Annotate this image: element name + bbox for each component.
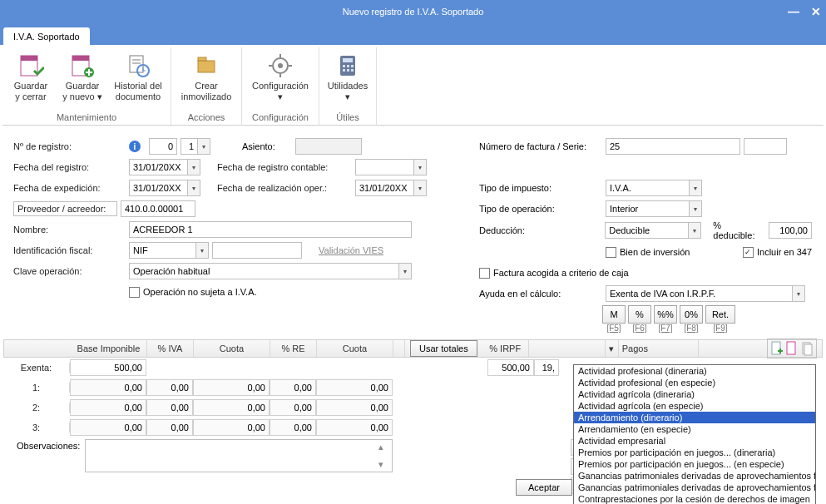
usar-totales-button[interactable]: Usar totales <box>410 340 477 357</box>
row-r3-piva[interactable]: 0,00 <box>146 419 193 436</box>
ident-fiscal-num-input[interactable] <box>212 242 302 259</box>
fecha-registro-input[interactable] <box>129 159 187 175</box>
dropdown-option[interactable]: Actividad empresarial <box>574 435 815 447</box>
info-icon[interactable]: i <box>129 141 141 152</box>
deduccion-input[interactable] <box>605 222 688 239</box>
dropdown-option[interactable]: Actividad profesional (dineraria) <box>574 365 815 377</box>
ayuda-calculo-dropdown[interactable]: ▾ <box>792 285 805 302</box>
doc-icon[interactable] <box>785 341 799 356</box>
row-r2-cuota1[interactable]: 0,00 <box>193 399 270 416</box>
label-proveedor[interactable]: Proveedor / acreedor: <box>13 201 117 216</box>
label-tipo-operacion: Tipo de operación: <box>479 204 602 214</box>
clave-operacion-dropdown[interactable]: ▾ <box>398 263 412 279</box>
svg-rect-19 <box>343 65 345 67</box>
pct-deducible-input[interactable] <box>769 222 812 239</box>
row-r1-base[interactable]: 0,00 <box>70 379 146 396</box>
fecha-registro-dropdown[interactable]: ▾ <box>187 159 200 175</box>
fecha-expedicion-input[interactable] <box>129 180 187 196</box>
ident-fiscal-tipo-dropdown[interactable]: ▾ <box>195 242 209 259</box>
row-r2-piva[interactable]: 0,00 <box>146 399 193 416</box>
tab-iva-soportado[interactable]: I.V.A. Soportado <box>3 27 90 45</box>
dropdown-option[interactable]: Actividad agrícola (en especie) <box>574 400 815 412</box>
configuracion-button[interactable]: Configuración ▾ <box>245 49 315 102</box>
row-r1-cuota1[interactable]: 0,00 <box>193 379 270 396</box>
fecha-realizacion-dropdown[interactable]: ▾ <box>413 180 427 196</box>
utilidades-button[interactable]: Utilidades ▾ <box>323 49 373 102</box>
svg-rect-10 <box>198 57 206 61</box>
dropdown-option[interactable]: Premios por participación en juegos... (… <box>574 447 815 458</box>
tipo-impuesto-dropdown[interactable]: ▾ <box>689 180 702 196</box>
dropdown-option[interactable]: Actividad agrícola (dineraria) <box>574 388 815 400</box>
n-registro-1-input[interactable] <box>149 138 177 155</box>
quick-m-button[interactable]: M <box>602 305 626 324</box>
row-r1-cuota2[interactable]: 0,00 <box>316 379 393 396</box>
ayuda-calculo-input[interactable] <box>606 285 792 302</box>
fecha-expedicion-dropdown[interactable]: ▾ <box>187 180 200 196</box>
factura-criterio-checkbox[interactable]: Factura acogida a criterio de caja <box>479 268 629 279</box>
quick-ret-button[interactable]: Ret. <box>705 305 735 324</box>
clave-operacion-input[interactable] <box>129 263 398 279</box>
quick-0pct-button[interactable]: 0% <box>680 305 703 324</box>
row-r1-piva[interactable]: 0,00 <box>146 379 193 396</box>
label-deduccion: Deducción: <box>479 225 601 235</box>
fecha-reg-contable-dropdown[interactable]: ▾ <box>413 159 427 175</box>
row-r2-pre[interactable]: 0,00 <box>270 399 316 416</box>
guardar-cerrar-button[interactable]: Guardar y cerrar <box>6 49 56 102</box>
asiento-input[interactable] <box>295 138 362 155</box>
op-no-sujeta-checkbox[interactable]: Operación no sujeta a I.V.A. <box>129 287 257 298</box>
label-ident-fiscal: Identificación fiscal: <box>13 245 126 255</box>
row-r1-label: 1: <box>3 383 70 393</box>
observaciones-input[interactable]: ▴▾ <box>85 439 393 472</box>
dropdown-option[interactable]: Arrendamiento (en especie) <box>574 423 815 435</box>
incluir-347-checkbox[interactable]: ✓Incluir en 347 <box>743 247 812 258</box>
dropdown-option[interactable]: Actividad profesional (en especie) <box>574 377 815 388</box>
num-factura-input[interactable] <box>606 138 740 155</box>
validacion-vies-link[interactable]: Validación VIES <box>319 245 383 255</box>
bien-inversion-checkbox[interactable]: Bien de inversión <box>606 247 690 258</box>
tipo-operacion-input[interactable] <box>606 200 689 217</box>
ribbon: Guardar y cerrar Guardar y nuevo ▾ Histo… <box>2 47 824 126</box>
nombre-input[interactable] <box>129 221 412 238</box>
deduccion-dropdown[interactable]: ▾ <box>688 222 701 239</box>
doc-copy-icon[interactable] <box>800 341 814 356</box>
exenta-irpf-input[interactable]: 19, <box>534 359 559 376</box>
row-r3-pre[interactable]: 0,00 <box>270 419 316 436</box>
row-r3-base[interactable]: 0,00 <box>70 419 146 436</box>
label-num-factura: Número de factura / Serie: <box>479 141 602 151</box>
quick-pctpct-button[interactable]: %% <box>654 305 677 324</box>
exenta-base-input[interactable]: 500,00 <box>70 359 146 376</box>
dropdown-option[interactable]: Contraprestaciones por la cesión de dere… <box>574 493 815 504</box>
tipo-operacion-dropdown[interactable]: ▾ <box>689 200 702 217</box>
quick-pct-button[interactable]: % <box>628 305 651 324</box>
tipo-impuesto-input[interactable] <box>606 180 689 196</box>
historial-documento-button[interactable]: Historial del documento <box>109 49 167 102</box>
svg-point-12 <box>278 63 283 68</box>
row-r1-pre[interactable]: 0,00 <box>270 379 316 396</box>
n-registro-2-input[interactable] <box>181 138 197 155</box>
fecha-reg-contable-input[interactable] <box>355 159 413 175</box>
dropdown-option[interactable]: Arrendamiento (dinerario) <box>574 412 815 423</box>
pagos-doc-icons[interactable] <box>767 338 817 358</box>
row-exenta-label: Exenta: <box>3 363 70 373</box>
row-r3-cuota2[interactable]: 0,00 <box>316 419 393 436</box>
num-factura-serie-input[interactable] <box>744 138 787 155</box>
close-button[interactable]: ✕ <box>811 5 821 18</box>
dropdown-option[interactable]: Premios por participación en juegos... (… <box>574 458 815 470</box>
ident-fiscal-tipo[interactable] <box>129 242 195 259</box>
irpf-tipo-dropdown-list[interactable]: Actividad profesional (dineraria)Activid… <box>573 364 816 504</box>
row-r2-cuota2[interactable]: 0,00 <box>316 399 393 416</box>
dropdown-option[interactable]: Ganancias patrimoniales derivadas de apr… <box>574 482 815 493</box>
row-r3-cuota1[interactable]: 0,00 <box>193 419 270 436</box>
exenta-base2-input[interactable]: 500,00 <box>487 359 534 376</box>
n-registro-2-dropdown[interactable]: ▾ <box>197 138 210 155</box>
row-r2-base[interactable]: 0,00 <box>70 399 146 416</box>
minimize-button[interactable]: — <box>788 5 799 18</box>
crear-inmovilizado-button[interactable]: Crear inmovilizado <box>175 49 238 102</box>
aceptar-button[interactable]: Aceptar <box>516 479 572 496</box>
dropdown-option[interactable]: Ganancias patrimoniales derivadas de apr… <box>574 470 815 482</box>
guardar-nuevo-button[interactable]: Guardar y nuevo ▾ <box>57 49 107 102</box>
doc-new-icon[interactable] <box>770 341 784 356</box>
fecha-realizacion-input[interactable] <box>355 180 413 196</box>
row-r2-label: 2: <box>3 403 70 413</box>
proveedor-input[interactable] <box>121 200 195 217</box>
